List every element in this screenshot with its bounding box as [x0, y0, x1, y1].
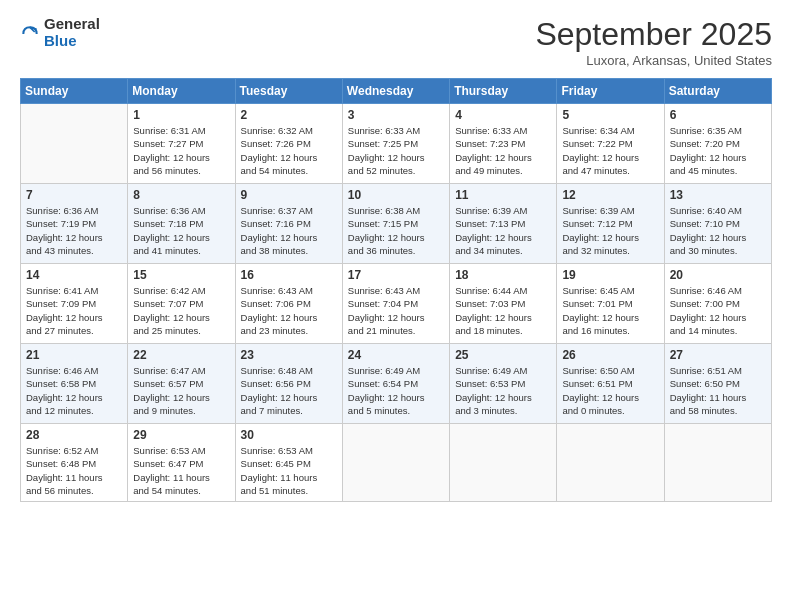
logo-text: General Blue	[44, 16, 100, 49]
day-info: Sunrise: 6:33 AMSunset: 7:23 PMDaylight:…	[455, 124, 551, 177]
day-number: 4	[455, 108, 551, 122]
day-number: 5	[562, 108, 658, 122]
table-row	[342, 424, 449, 502]
day-info: Sunrise: 6:49 AMSunset: 6:53 PMDaylight:…	[455, 364, 551, 417]
table-row: 4Sunrise: 6:33 AMSunset: 7:23 PMDaylight…	[450, 104, 557, 184]
col-tuesday: Tuesday	[235, 79, 342, 104]
day-number: 11	[455, 188, 551, 202]
day-info: Sunrise: 6:34 AMSunset: 7:22 PMDaylight:…	[562, 124, 658, 177]
day-number: 26	[562, 348, 658, 362]
day-info: Sunrise: 6:48 AMSunset: 6:56 PMDaylight:…	[241, 364, 337, 417]
day-number: 25	[455, 348, 551, 362]
table-row: 8Sunrise: 6:36 AMSunset: 7:18 PMDaylight…	[128, 184, 235, 264]
day-number: 1	[133, 108, 229, 122]
table-row: 13Sunrise: 6:40 AMSunset: 7:10 PMDayligh…	[664, 184, 771, 264]
logo-icon	[20, 24, 40, 44]
table-row	[21, 104, 128, 184]
col-wednesday: Wednesday	[342, 79, 449, 104]
day-info: Sunrise: 6:43 AMSunset: 7:04 PMDaylight:…	[348, 284, 444, 337]
day-info: Sunrise: 6:47 AMSunset: 6:57 PMDaylight:…	[133, 364, 229, 417]
day-info: Sunrise: 6:46 AMSunset: 7:00 PMDaylight:…	[670, 284, 766, 337]
day-number: 29	[133, 428, 229, 442]
col-thursday: Thursday	[450, 79, 557, 104]
table-row: 26Sunrise: 6:50 AMSunset: 6:51 PMDayligh…	[557, 344, 664, 424]
table-row	[664, 424, 771, 502]
day-number: 27	[670, 348, 766, 362]
table-row: 12Sunrise: 6:39 AMSunset: 7:12 PMDayligh…	[557, 184, 664, 264]
day-number: 23	[241, 348, 337, 362]
col-monday: Monday	[128, 79, 235, 104]
day-info: Sunrise: 6:39 AMSunset: 7:13 PMDaylight:…	[455, 204, 551, 257]
day-info: Sunrise: 6:31 AMSunset: 7:27 PMDaylight:…	[133, 124, 229, 177]
table-row: 3Sunrise: 6:33 AMSunset: 7:25 PMDaylight…	[342, 104, 449, 184]
table-row: 15Sunrise: 6:42 AMSunset: 7:07 PMDayligh…	[128, 264, 235, 344]
day-info: Sunrise: 6:37 AMSunset: 7:16 PMDaylight:…	[241, 204, 337, 257]
table-row: 9Sunrise: 6:37 AMSunset: 7:16 PMDaylight…	[235, 184, 342, 264]
table-row: 17Sunrise: 6:43 AMSunset: 7:04 PMDayligh…	[342, 264, 449, 344]
day-number: 7	[26, 188, 122, 202]
location-subtitle: Luxora, Arkansas, United States	[535, 53, 772, 68]
day-number: 17	[348, 268, 444, 282]
day-number: 14	[26, 268, 122, 282]
day-info: Sunrise: 6:45 AMSunset: 7:01 PMDaylight:…	[562, 284, 658, 337]
table-row: 10Sunrise: 6:38 AMSunset: 7:15 PMDayligh…	[342, 184, 449, 264]
day-info: Sunrise: 6:35 AMSunset: 7:20 PMDaylight:…	[670, 124, 766, 177]
day-number: 24	[348, 348, 444, 362]
table-row: 29Sunrise: 6:53 AMSunset: 6:47 PMDayligh…	[128, 424, 235, 502]
calendar-week-row: 21Sunrise: 6:46 AMSunset: 6:58 PMDayligh…	[21, 344, 772, 424]
day-info: Sunrise: 6:46 AMSunset: 6:58 PMDaylight:…	[26, 364, 122, 417]
logo: General Blue	[20, 16, 100, 49]
day-info: Sunrise: 6:33 AMSunset: 7:25 PMDaylight:…	[348, 124, 444, 177]
day-number: 30	[241, 428, 337, 442]
day-number: 13	[670, 188, 766, 202]
day-number: 6	[670, 108, 766, 122]
calendar-table: Sunday Monday Tuesday Wednesday Thursday…	[20, 78, 772, 502]
day-info: Sunrise: 6:40 AMSunset: 7:10 PMDaylight:…	[670, 204, 766, 257]
table-row: 23Sunrise: 6:48 AMSunset: 6:56 PMDayligh…	[235, 344, 342, 424]
table-row	[450, 424, 557, 502]
table-row: 24Sunrise: 6:49 AMSunset: 6:54 PMDayligh…	[342, 344, 449, 424]
day-number: 8	[133, 188, 229, 202]
day-number: 12	[562, 188, 658, 202]
table-row	[557, 424, 664, 502]
header: General Blue September 2025 Luxora, Arka…	[20, 16, 772, 68]
table-row: 16Sunrise: 6:43 AMSunset: 7:06 PMDayligh…	[235, 264, 342, 344]
page: General Blue September 2025 Luxora, Arka…	[0, 0, 792, 612]
day-number: 10	[348, 188, 444, 202]
col-sunday: Sunday	[21, 79, 128, 104]
day-number: 18	[455, 268, 551, 282]
day-number: 9	[241, 188, 337, 202]
table-row: 11Sunrise: 6:39 AMSunset: 7:13 PMDayligh…	[450, 184, 557, 264]
calendar-header-row: Sunday Monday Tuesday Wednesday Thursday…	[21, 79, 772, 104]
day-info: Sunrise: 6:42 AMSunset: 7:07 PMDaylight:…	[133, 284, 229, 337]
calendar-week-row: 14Sunrise: 6:41 AMSunset: 7:09 PMDayligh…	[21, 264, 772, 344]
title-block: September 2025 Luxora, Arkansas, United …	[535, 16, 772, 68]
day-number: 22	[133, 348, 229, 362]
day-info: Sunrise: 6:49 AMSunset: 6:54 PMDaylight:…	[348, 364, 444, 417]
table-row: 1Sunrise: 6:31 AMSunset: 7:27 PMDaylight…	[128, 104, 235, 184]
day-info: Sunrise: 6:44 AMSunset: 7:03 PMDaylight:…	[455, 284, 551, 337]
table-row: 7Sunrise: 6:36 AMSunset: 7:19 PMDaylight…	[21, 184, 128, 264]
calendar-week-row: 28Sunrise: 6:52 AMSunset: 6:48 PMDayligh…	[21, 424, 772, 502]
day-info: Sunrise: 6:50 AMSunset: 6:51 PMDaylight:…	[562, 364, 658, 417]
table-row: 14Sunrise: 6:41 AMSunset: 7:09 PMDayligh…	[21, 264, 128, 344]
day-info: Sunrise: 6:32 AMSunset: 7:26 PMDaylight:…	[241, 124, 337, 177]
table-row: 25Sunrise: 6:49 AMSunset: 6:53 PMDayligh…	[450, 344, 557, 424]
calendar-week-row: 7Sunrise: 6:36 AMSunset: 7:19 PMDaylight…	[21, 184, 772, 264]
table-row: 22Sunrise: 6:47 AMSunset: 6:57 PMDayligh…	[128, 344, 235, 424]
day-info: Sunrise: 6:36 AMSunset: 7:19 PMDaylight:…	[26, 204, 122, 257]
day-number: 15	[133, 268, 229, 282]
day-info: Sunrise: 6:38 AMSunset: 7:15 PMDaylight:…	[348, 204, 444, 257]
col-saturday: Saturday	[664, 79, 771, 104]
day-number: 3	[348, 108, 444, 122]
table-row: 28Sunrise: 6:52 AMSunset: 6:48 PMDayligh…	[21, 424, 128, 502]
day-info: Sunrise: 6:39 AMSunset: 7:12 PMDaylight:…	[562, 204, 658, 257]
logo-blue-text: Blue	[44, 33, 100, 50]
day-info: Sunrise: 6:53 AMSunset: 6:47 PMDaylight:…	[133, 444, 229, 497]
table-row: 2Sunrise: 6:32 AMSunset: 7:26 PMDaylight…	[235, 104, 342, 184]
day-number: 2	[241, 108, 337, 122]
month-title: September 2025	[535, 16, 772, 53]
table-row: 6Sunrise: 6:35 AMSunset: 7:20 PMDaylight…	[664, 104, 771, 184]
day-info: Sunrise: 6:36 AMSunset: 7:18 PMDaylight:…	[133, 204, 229, 257]
day-number: 19	[562, 268, 658, 282]
